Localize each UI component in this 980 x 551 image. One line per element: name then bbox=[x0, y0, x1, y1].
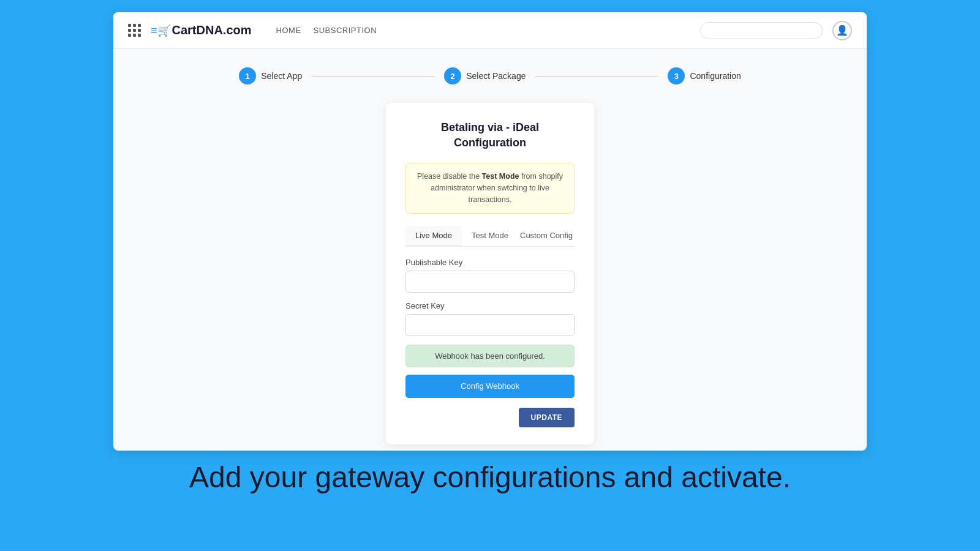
publishable-key-input[interactable] bbox=[405, 271, 575, 293]
main-content: ≡🛒 CartDNA.com HOME SUBSCRIPTION 👤 1 Sel… bbox=[0, 0, 980, 551]
step-2-circle: 2 bbox=[444, 67, 461, 84]
publishable-key-label: Publishable Key bbox=[405, 258, 575, 267]
tab-test-mode[interactable]: Test Mode bbox=[462, 226, 518, 246]
step-1-circle: 1 bbox=[239, 67, 256, 84]
step-3: 3 Configuration bbox=[668, 67, 741, 84]
step-3-label: Configuration bbox=[690, 71, 741, 81]
navbar: ≡🛒 CartDNA.com HOME SUBSCRIPTION 👤 bbox=[113, 12, 867, 49]
step-line-1 bbox=[312, 76, 434, 77]
mode-tabs: Live Mode Test Mode Custom Config bbox=[405, 226, 575, 247]
tab-live-mode[interactable]: Live Mode bbox=[405, 226, 462, 246]
step-3-circle: 3 bbox=[668, 67, 685, 84]
step-2-label: Select Package bbox=[466, 71, 526, 81]
logo-text: CartDNA.com bbox=[172, 23, 252, 37]
stepper: 1 Select App 2 Select Package 3 Configur… bbox=[113, 49, 867, 97]
user-avatar[interactable]: 👤 bbox=[832, 21, 852, 40]
config-webhook-button[interactable]: Config Webhook bbox=[405, 375, 575, 398]
step-1: 1 Select App bbox=[239, 67, 302, 84]
card-title: Betaling via - iDeal Configuration bbox=[405, 120, 575, 151]
app-window: ≡🛒 CartDNA.com HOME SUBSCRIPTION 👤 1 Sel… bbox=[113, 12, 867, 451]
grid-icon[interactable] bbox=[128, 24, 141, 37]
warning-bold: Test Mode bbox=[482, 172, 519, 181]
warning-box: Please disable the Test Mode from shopif… bbox=[405, 163, 575, 213]
secret-key-input[interactable] bbox=[405, 314, 575, 336]
secret-key-label: Secret Key bbox=[405, 301, 575, 310]
logo-icon: ≡🛒 bbox=[151, 24, 171, 37]
step-line-2 bbox=[535, 76, 658, 77]
update-button[interactable]: UPDATE bbox=[519, 408, 575, 427]
navbar-right: 👤 bbox=[700, 21, 852, 40]
nav-subscription[interactable]: SUBSCRIPTION bbox=[314, 26, 377, 35]
warning-prefix: Please disable the bbox=[417, 172, 482, 181]
search-bar[interactable] bbox=[700, 22, 823, 39]
nav-links: HOME SUBSCRIPTION bbox=[276, 26, 377, 35]
webhook-status: Webhook has been configured. bbox=[405, 345, 575, 367]
logo: ≡🛒 CartDNA.com bbox=[151, 23, 252, 37]
step-1-label: Select App bbox=[261, 71, 302, 81]
navbar-left: ≡🛒 CartDNA.com HOME SUBSCRIPTION bbox=[128, 23, 377, 37]
step-2: 2 Select Package bbox=[444, 67, 526, 84]
bottom-caption: Add your gateway configurations and acti… bbox=[189, 451, 791, 494]
configuration-card: Betaling via - iDeal Configuration Pleas… bbox=[386, 103, 594, 444]
tab-custom-config[interactable]: Custom Config bbox=[518, 226, 575, 246]
nav-home[interactable]: HOME bbox=[276, 26, 301, 35]
